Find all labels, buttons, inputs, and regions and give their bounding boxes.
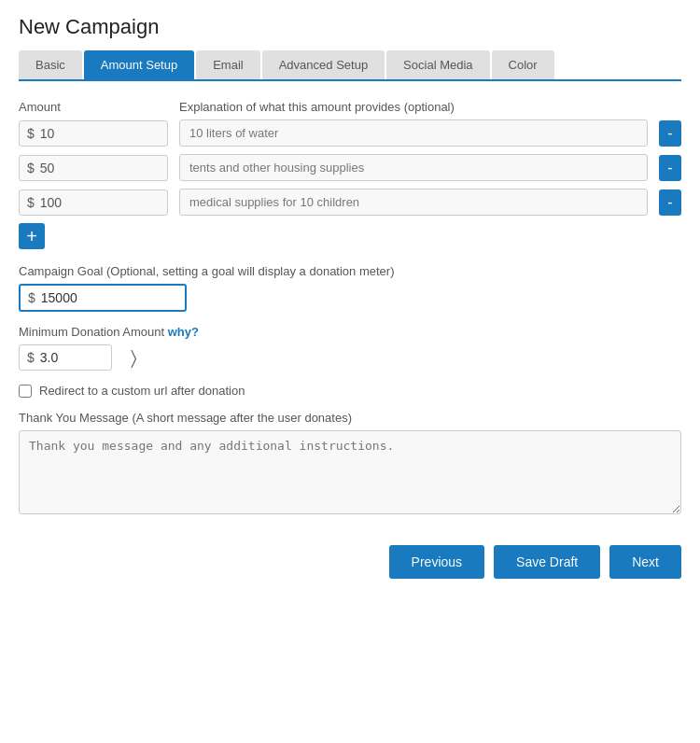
amount-row: $ - [19,154,681,181]
amount-column-header: Amount [19,100,168,114]
min-donation-row: $ 〉 [19,344,681,371]
cursor-icon: 〉 [131,347,137,369]
min-donation-dollar: $ [27,350,35,365]
campaign-goal-label: Campaign Goal (Optional, setting a goal … [19,264,681,278]
amount-rows: $ - $ - $ - [19,119,681,216]
dollar-sign-1: $ [27,126,35,141]
campaign-goal-group: Campaign Goal (Optional, setting a goal … [19,264,681,312]
remove-button-2[interactable]: - [659,155,681,181]
save-draft-button[interactable]: Save Draft [494,545,600,579]
redirect-label: Redirect to a custom url after donation [39,384,245,398]
previous-button[interactable]: Previous [389,545,484,579]
tab-color[interactable]: Color [492,50,554,79]
amount-header: Amount Explanation of what this amount p… [19,100,681,114]
amount-input-wrap-3: $ [19,189,168,216]
remove-button-1[interactable]: - [659,120,681,147]
amount-row: $ - [19,189,681,216]
thank-you-label: Thank You Message (A short message after… [19,411,681,425]
why-link[interactable]: why? [168,325,199,339]
amount-row: $ - [19,119,681,147]
amount-input-1[interactable] [40,126,160,141]
remove-button-3[interactable]: - [659,189,681,216]
tab-amount-setup[interactable]: Amount Setup [84,50,194,79]
explanation-input-2[interactable] [179,154,648,181]
redirect-checkbox[interactable] [19,385,32,398]
campaign-goal-input-wrap: $ [19,284,187,312]
add-amount-button[interactable]: + [19,223,45,249]
min-donation-input[interactable] [40,350,104,365]
min-donation-input-wrap: $ [19,344,112,371]
tab-basic[interactable]: Basic [19,50,82,79]
amount-input-wrap-2: $ [19,155,168,181]
next-button[interactable]: Next [609,545,681,579]
minimum-donation-label: Minimum Donation Amount why? [19,325,681,339]
redirect-checkbox-row: Redirect to a custom url after donation [19,384,681,398]
thank-you-group: Thank You Message (A short message after… [19,411,681,517]
amount-input-wrap-1: $ [19,120,168,147]
amount-input-3[interactable] [40,195,160,210]
explanation-input-1[interactable] [179,119,648,147]
thank-you-textarea[interactable] [19,430,681,514]
dollar-sign-3: $ [27,195,35,210]
tab-bar: Basic Amount Setup Email Advanced Setup … [19,50,681,81]
campaign-goal-dollar: $ [28,290,35,305]
page-title: New Campaign [19,15,681,39]
footer-buttons: Previous Save Draft Next [19,536,681,579]
amount-input-2[interactable] [40,161,160,175]
campaign-goal-input[interactable] [41,290,177,305]
explanation-input-3[interactable] [179,189,648,216]
tab-advanced-setup[interactable]: Advanced Setup [262,50,385,79]
dollar-sign-2: $ [27,161,35,175]
minimum-donation-group: Minimum Donation Amount why? $ 〉 [19,325,681,371]
tab-email[interactable]: Email [196,50,260,79]
explanation-column-header: Explanation of what this amount provides… [179,100,681,114]
tab-social-media[interactable]: Social Media [386,50,489,79]
